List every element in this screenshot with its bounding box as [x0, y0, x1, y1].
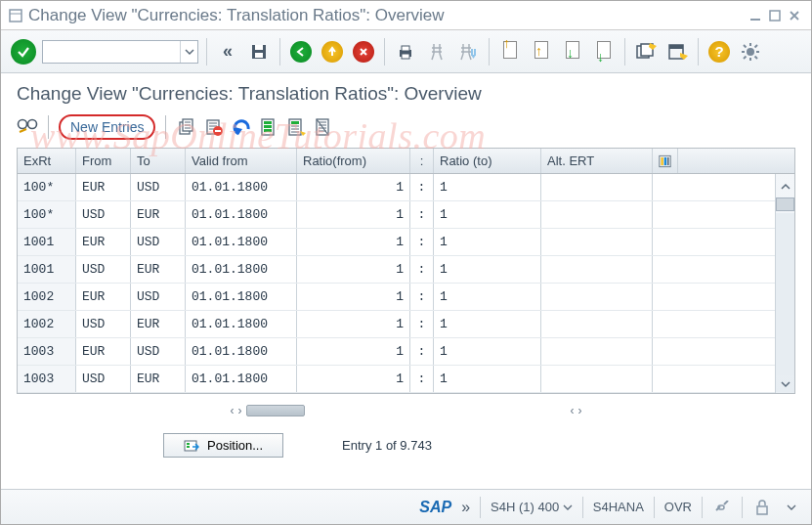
table-row[interactable]: 1002EURUSD01.01.18001:1: [18, 284, 775, 311]
print-button[interactable]: [393, 39, 418, 65]
cell-colon[interactable]: :: [410, 338, 434, 365]
hscroll-right-button-2[interactable]: ›: [578, 404, 582, 417]
column-header-exrt[interactable]: ExRt: [18, 149, 76, 173]
cell-alt[interactable]: [541, 201, 653, 228]
cell-colon[interactable]: :: [410, 174, 434, 200]
cell-to[interactable]: USD: [131, 174, 186, 200]
ok-button[interactable]: [11, 39, 36, 65]
cell-valid[interactable]: 01.01.1800: [186, 338, 297, 365]
cell-to[interactable]: USD: [131, 284, 186, 310]
cancel-circle-button[interactable]: [351, 39, 376, 65]
column-header-ratio-to[interactable]: Ratio (to): [434, 149, 541, 173]
customize-layout-button[interactable]: [738, 39, 763, 65]
cell-exrt[interactable]: 100*: [18, 201, 76, 228]
column-header-configure[interactable]: [653, 149, 678, 173]
column-header-to[interactable]: To: [131, 149, 186, 173]
cell-rto[interactable]: 1: [434, 338, 541, 365]
vertical-scrollbar[interactable]: [775, 174, 794, 393]
cell-from[interactable]: USD: [76, 256, 131, 283]
undo-button[interactable]: [231, 116, 252, 138]
copy-as-button[interactable]: [176, 116, 197, 138]
back-circle-button[interactable]: [288, 39, 314, 65]
status-link-icon[interactable]: [712, 501, 732, 514]
cell-rfrom[interactable]: 1: [297, 256, 410, 283]
cell-alt[interactable]: [541, 366, 653, 392]
command-input[interactable]: [43, 41, 180, 63]
create-session-button[interactable]: [633, 39, 659, 65]
cell-to[interactable]: EUR: [131, 256, 186, 283]
cell-colon[interactable]: :: [410, 201, 434, 228]
cell-alt[interactable]: [541, 338, 653, 365]
cell-valid[interactable]: 01.01.1800: [186, 311, 297, 337]
cell-valid[interactable]: 01.01.1800: [186, 256, 297, 283]
table-row[interactable]: 1003USDEUR01.01.18001:1: [18, 366, 775, 393]
column-header-ratio-from[interactable]: Ratio(from): [297, 149, 410, 173]
cell-rto[interactable]: 1: [434, 256, 541, 283]
cell-to[interactable]: EUR: [131, 311, 186, 337]
status-dropdown-icon[interactable]: [782, 503, 801, 512]
column-header-valid-from[interactable]: Valid from: [186, 149, 297, 173]
table-row[interactable]: 100*EURUSD01.01.18001:1: [18, 174, 775, 201]
table-row[interactable]: 1002USDEUR01.01.18001:1: [18, 311, 775, 338]
generate-shortcut-button[interactable]: [664, 39, 690, 65]
cell-rto[interactable]: 1: [434, 174, 541, 200]
horizontal-scrollbar[interactable]: ‹ › ‹ ›: [17, 400, 795, 427]
cell-valid[interactable]: 01.01.1800: [186, 284, 297, 310]
window-menu-icon[interactable]: [9, 9, 22, 22]
cell-colon[interactable]: :: [410, 256, 434, 283]
table-row[interactable]: 1003EURUSD01.01.18001:1: [18, 338, 775, 366]
cell-exrt[interactable]: 1001: [18, 229, 76, 255]
cell-alt[interactable]: [541, 174, 653, 200]
table-row[interactable]: 1001USDEUR01.01.18001:1: [18, 256, 775, 284]
scroll-track[interactable]: [776, 213, 794, 375]
cell-rto[interactable]: 1: [434, 284, 541, 310]
command-field[interactable]: [42, 40, 198, 64]
cell-exrt[interactable]: 100*: [18, 174, 76, 200]
cell-alt[interactable]: [541, 311, 653, 337]
cell-from[interactable]: EUR: [76, 338, 131, 365]
window-close-button[interactable]: [786, 7, 803, 24]
scroll-down-button[interactable]: [776, 375, 794, 393]
column-header-from[interactable]: From: [76, 149, 131, 173]
hscroll-left-button-2[interactable]: ‹: [571, 404, 575, 417]
cell-alt[interactable]: [541, 229, 653, 255]
delete-button[interactable]: [203, 116, 225, 138]
exit-circle-button[interactable]: [320, 39, 345, 65]
cell-exrt[interactable]: 1002: [18, 311, 76, 337]
cell-exrt[interactable]: 1003: [18, 366, 76, 392]
find-next-button[interactable]: [455, 39, 481, 65]
cell-exrt[interactable]: 1001: [18, 256, 76, 283]
cell-colon[interactable]: :: [410, 311, 434, 337]
window-maximize-button[interactable]: [766, 7, 784, 24]
select-block-button[interactable]: [285, 116, 307, 138]
table-row[interactable]: 100*USDEUR01.01.18001:1: [18, 201, 775, 229]
hscroll-thumb[interactable]: [246, 405, 305, 416]
cell-to[interactable]: EUR: [131, 201, 186, 228]
cell-rfrom[interactable]: 1: [297, 311, 410, 337]
select-all-button[interactable]: [258, 116, 279, 138]
cell-exrt[interactable]: 1002: [18, 284, 76, 310]
cell-rfrom[interactable]: 1: [297, 229, 410, 255]
hscroll-left-button[interactable]: ‹: [231, 404, 235, 417]
cell-valid[interactable]: 01.01.1800: [186, 201, 297, 228]
cell-colon[interactable]: :: [410, 284, 434, 310]
cell-rto[interactable]: 1: [434, 366, 541, 392]
cell-rto[interactable]: 1: [434, 201, 541, 228]
cell-rfrom[interactable]: 1: [297, 201, 410, 228]
cell-valid[interactable]: 01.01.1800: [186, 174, 297, 200]
cell-colon[interactable]: :: [410, 366, 434, 392]
cell-colon[interactable]: :: [410, 229, 434, 255]
cell-rto[interactable]: 1: [434, 311, 541, 337]
cell-to[interactable]: USD: [131, 338, 186, 365]
cell-from[interactable]: EUR: [76, 284, 131, 310]
next-page-button[interactable]: ↓: [560, 39, 585, 65]
cell-from[interactable]: EUR: [76, 174, 131, 200]
find-button[interactable]: [424, 39, 449, 65]
scroll-up-button[interactable]: [776, 178, 794, 196]
status-expand-button[interactable]: »: [461, 499, 470, 516]
hscroll-right-button[interactable]: ›: [238, 404, 242, 417]
cell-rfrom[interactable]: 1: [297, 174, 410, 200]
cell-from[interactable]: USD: [76, 311, 131, 337]
cell-from[interactable]: USD: [76, 201, 131, 228]
scroll-thumb[interactable]: [776, 197, 794, 211]
